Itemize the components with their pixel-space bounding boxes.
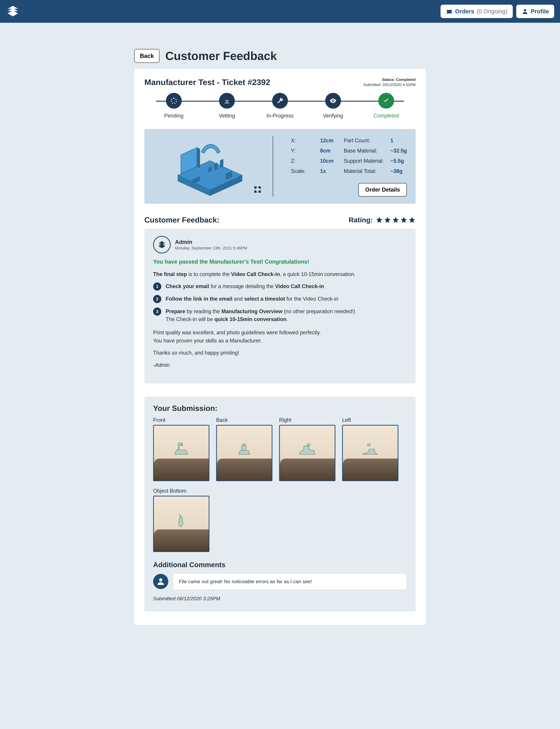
orders-button[interactable]: Orders (0 Ongoing) [441,5,513,18]
submission-heading: Your Submission: [153,404,407,412]
download-icon [223,97,231,105]
profile-button[interactable]: Profile [516,5,554,18]
order-details-button[interactable]: Order Details [358,183,407,197]
svg-point-5 [172,103,173,104]
user-icon [521,8,529,15]
orders-label: Orders [455,8,474,15]
ticket-title: Manufacturer Test - Ticket #2392 [144,77,270,87]
ticket-meta: Status: Completed Submitted: 03/12/2020 … [363,77,416,87]
progress-track: Pending Vetting In-Progress Verifying Co… [147,93,413,119]
feedback-box: Admin Monday, September 13th, 2021 5:46P… [144,229,416,383]
ticket-card: Manufacturer Test - Ticket #2392 Status:… [134,69,426,625]
step-completed: Completed [360,93,413,119]
model-preview[interactable] [153,136,267,197]
submission-box: Your Submission: Front Back Right Left [144,396,416,612]
admin-avatar [153,236,171,254]
star-icon [376,216,383,224]
submission-date: Submitted 06/12/2020 3:25PM [153,596,407,601]
step-verifying: Verifying [307,93,360,119]
star-icon [400,216,407,224]
wrench-icon [276,97,284,105]
thumb-front[interactable]: Front [153,417,209,481]
check-icon [382,97,390,105]
star-icon [392,216,399,224]
svg-point-7 [171,99,172,100]
svg-point-1 [173,98,175,99]
svg-point-2 [176,99,177,100]
svg-point-6 [171,101,172,102]
back-button[interactable]: Back [134,49,160,63]
user-avatar [153,574,168,589]
step-inprogress: In-Progress [253,93,307,119]
svg-point-8 [333,100,334,102]
svg-point-0 [524,9,526,11]
author-name: Admin [175,239,247,245]
ticket-icon [446,8,453,15]
comment-text: File came out great! No noticeable error… [173,573,407,590]
additional-comments-title: Additional Comments [153,561,407,569]
thumb-right[interactable]: Right [279,417,335,481]
pending-icon [170,97,178,105]
star-icon [408,216,416,224]
page-title: Customer Feedback [165,49,277,63]
expand-icon[interactable] [254,186,261,194]
model-3d-icon [172,137,248,196]
profile-label: Profile [531,8,549,15]
author-date: Monday, September 13th, 2021 5:46PM [175,246,247,251]
star-group [376,216,416,224]
step-pending: Pending [147,93,200,119]
thumb-left[interactable]: Left [342,417,398,481]
feedback-heading: Customer Feedback: [144,216,219,224]
rating: Rating: [349,216,416,224]
star-icon [384,216,391,224]
orders-count: (0 Ongoing) [477,8,507,15]
app-header: Orders (0 Ongoing) Profile [0,0,560,23]
svg-point-9 [159,578,162,581]
eye-icon [329,97,337,105]
app-logo[interactable] [6,4,20,19]
svg-point-3 [176,101,177,102]
pass-message: You have passed the Manufacturer's Test!… [153,259,407,265]
thumb-bottom[interactable]: Object Bottom [153,488,209,552]
step-vetting: Vetting [200,93,253,119]
svg-point-4 [174,103,175,104]
thumb-back[interactable]: Back [216,417,272,481]
spec-box: X:12cm Y:8cm Z:10cm Scale:1x Part Count:… [144,129,416,204]
